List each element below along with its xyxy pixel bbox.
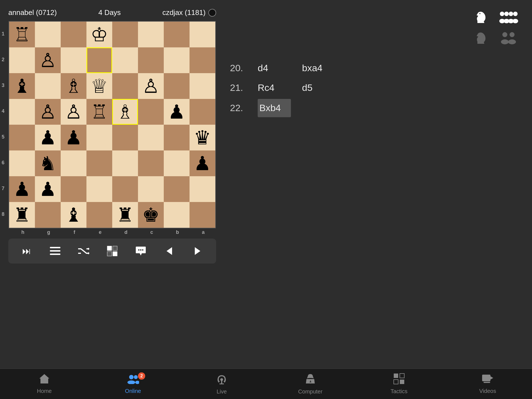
cell-f5[interactable]: ♟ bbox=[61, 125, 86, 150]
cell-f4[interactable]: ♙ bbox=[61, 99, 86, 125]
cell-h1[interactable]: ♖ bbox=[9, 22, 35, 47]
cell-a3[interactable] bbox=[190, 73, 215, 99]
cell-c5[interactable] bbox=[138, 125, 164, 150]
cell-c1[interactable] bbox=[138, 22, 164, 47]
board-view-button[interactable] bbox=[102, 241, 122, 261]
svg-marker-4 bbox=[88, 252, 89, 254]
cell-b3[interactable] bbox=[164, 73, 190, 99]
move-list-button[interactable] bbox=[45, 241, 66, 261]
cell-h5[interactable] bbox=[9, 125, 35, 150]
piece-black-pawn-g5: ♟ bbox=[39, 128, 57, 147]
cell-h8[interactable]: ♜ bbox=[9, 202, 35, 228]
piece-white-bishop-d4: ♗ bbox=[116, 102, 134, 122]
piece-white-queen-e3: ♕ bbox=[91, 76, 108, 96]
cell-a4[interactable] bbox=[190, 99, 215, 125]
pair-icon[interactable] bbox=[499, 29, 518, 46]
nav-videos[interactable]: Videos bbox=[460, 374, 515, 394]
game-time: 4 Days bbox=[98, 8, 121, 17]
cell-d6[interactable] bbox=[112, 150, 138, 176]
move-white-22[interactable]: Bxb4 bbox=[258, 99, 291, 117]
move-white-21[interactable]: Rc4 bbox=[258, 79, 291, 96]
cell-d4[interactable]: ♗ bbox=[112, 99, 138, 125]
nav-live[interactable]: Live bbox=[194, 373, 249, 395]
cell-c2[interactable] bbox=[138, 47, 164, 73]
cell-c3[interactable]: ♙ bbox=[138, 73, 164, 99]
player-black-info: czdjax (1181) bbox=[162, 8, 216, 17]
cell-e8[interactable] bbox=[86, 202, 112, 228]
knight-icon-dark[interactable] bbox=[471, 29, 490, 46]
move-black-20[interactable]: bxa4 bbox=[302, 60, 323, 76]
svg-point-30 bbox=[134, 375, 138, 379]
cell-c8[interactable]: ♚ bbox=[138, 202, 164, 228]
cell-c7[interactable] bbox=[138, 176, 164, 202]
cell-f8[interactable]: ♝ bbox=[61, 202, 86, 228]
nav-home[interactable]: Home bbox=[17, 374, 72, 394]
cell-b7[interactable] bbox=[164, 176, 190, 202]
chat-button[interactable] bbox=[130, 241, 151, 261]
cell-h6[interactable] bbox=[9, 150, 35, 176]
cell-c6[interactable] bbox=[138, 150, 164, 176]
forward-button[interactable] bbox=[187, 241, 208, 261]
cell-f3[interactable]: ♗ bbox=[61, 73, 86, 99]
chess-board[interactable]: ♖ ♔ ♙ ♝ ♗ ♕ bbox=[9, 21, 216, 228]
cell-g1[interactable] bbox=[35, 22, 61, 47]
cell-f6[interactable] bbox=[61, 150, 86, 176]
cell-g7[interactable]: ♟ bbox=[35, 176, 61, 202]
cell-a8[interactable] bbox=[190, 202, 215, 228]
nav-tactics[interactable]: Tactics bbox=[371, 373, 427, 395]
cell-e5[interactable] bbox=[86, 125, 112, 150]
cell-c4[interactable] bbox=[138, 99, 164, 125]
fast-forward-button[interactable]: ⏭ bbox=[16, 241, 37, 261]
cell-f7[interactable] bbox=[61, 176, 86, 202]
cell-a7[interactable] bbox=[190, 176, 215, 202]
cell-h7[interactable]: ♟ bbox=[9, 176, 35, 202]
cell-g2[interactable]: ♙ bbox=[35, 47, 61, 73]
cell-h2[interactable] bbox=[9, 47, 35, 73]
move-row-22: 22. Bxb4 bbox=[230, 99, 521, 117]
cell-a6[interactable]: ♟ bbox=[190, 150, 215, 176]
cell-b8[interactable] bbox=[164, 202, 190, 228]
cell-d3[interactable] bbox=[112, 73, 138, 99]
piece-black-pawn-f5: ♟ bbox=[65, 128, 82, 147]
cell-d7[interactable] bbox=[112, 176, 138, 202]
cell-e3[interactable]: ♕ bbox=[86, 73, 112, 99]
knight-icon-white[interactable] bbox=[471, 8, 490, 25]
svg-point-24 bbox=[510, 32, 515, 37]
nav-online[interactable]: 2 Online bbox=[105, 374, 161, 394]
cell-g5[interactable]: ♟ bbox=[35, 125, 61, 150]
cell-a2[interactable] bbox=[190, 47, 215, 73]
cell-e2[interactable] bbox=[86, 47, 112, 73]
cell-e1[interactable]: ♔ bbox=[86, 22, 112, 47]
cell-d2[interactable] bbox=[112, 47, 138, 73]
cell-g4[interactable]: ♙ bbox=[35, 99, 61, 125]
cell-f2[interactable] bbox=[61, 47, 86, 73]
cell-b4[interactable]: ♟ bbox=[164, 99, 190, 125]
cell-g6[interactable]: ♞ bbox=[35, 150, 61, 176]
back-button[interactable] bbox=[159, 241, 180, 261]
cell-a1[interactable] bbox=[190, 22, 215, 47]
cell-e7[interactable] bbox=[86, 176, 112, 202]
cell-a5[interactable]: ♛ bbox=[190, 125, 215, 150]
cell-d5[interactable] bbox=[112, 125, 138, 150]
nav-computer[interactable]: ♟ Computer bbox=[283, 373, 338, 395]
cell-h3[interactable]: ♝ bbox=[9, 73, 35, 99]
cell-h4[interactable] bbox=[9, 99, 35, 125]
cell-e6[interactable] bbox=[86, 150, 112, 176]
cell-b6[interactable] bbox=[164, 150, 190, 176]
shuffle-button[interactable] bbox=[73, 241, 94, 261]
cell-g8[interactable] bbox=[35, 202, 61, 228]
move-black-21[interactable]: d5 bbox=[302, 79, 313, 96]
cell-f1[interactable] bbox=[61, 22, 86, 47]
cell-b5[interactable] bbox=[164, 125, 190, 150]
cell-d1[interactable] bbox=[112, 22, 138, 47]
cell-g3[interactable] bbox=[35, 73, 61, 99]
svg-point-16 bbox=[504, 12, 509, 16]
svg-rect-34 bbox=[219, 383, 224, 384]
cell-d8[interactable]: ♜ bbox=[112, 202, 138, 228]
cell-b2[interactable] bbox=[164, 47, 190, 73]
group-icon[interactable] bbox=[499, 8, 518, 25]
move-white-20[interactable]: d4 bbox=[258, 60, 291, 76]
cell-e4[interactable]: ♖ bbox=[86, 99, 112, 125]
cell-b1[interactable] bbox=[164, 22, 190, 47]
tactics-icon bbox=[393, 373, 405, 387]
